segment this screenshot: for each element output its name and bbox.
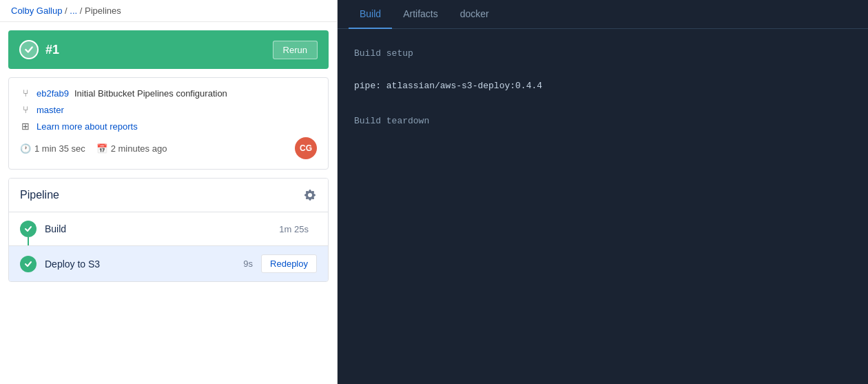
tabs-bar: Build Artifacts docker [338, 0, 868, 29]
pipeline-step-build[interactable]: Build 1m 25s [9, 212, 328, 245]
step-name-build: Build [45, 223, 279, 234]
pipeline-header: Pipeline [9, 179, 328, 212]
meta-left: 🕐 1 min 35 sec 📅 2 minutes ago [20, 143, 167, 154]
pipeline-section: Pipeline Build 1m 25s Deploy to S3 [8, 178, 329, 282]
step-duration-deploy: 9s [243, 259, 253, 269]
gear-icon[interactable] [303, 188, 317, 202]
clock-icon: 🕐 [20, 143, 31, 154]
reports-link[interactable]: Learn more about reports [37, 121, 138, 132]
step-duration-build: 1m 25s [279, 224, 309, 234]
pipeline-title: Pipeline [20, 189, 59, 201]
console-line-blank2 [354, 94, 851, 110]
pipeline-step-deploy[interactable]: Deploy to S3 9s Redeploy [9, 245, 328, 281]
console-line-build-setup: Build setup [354, 46, 851, 61]
branch-row: ⑂ master [20, 104, 317, 115]
time-ago-item: 📅 2 minutes ago [96, 143, 167, 154]
calendar-icon: 📅 [96, 143, 107, 154]
console-line-pipe: pipe: atlassian/aws-s3-deploy:0.4.4 [354, 78, 851, 94]
console-line-blank1 [354, 61, 851, 77]
commit-hash[interactable]: eb2fab9 [37, 88, 69, 99]
duration-text: 1 min 35 sec [34, 143, 85, 154]
reports-icon: ⊞ [20, 121, 31, 132]
reports-row: ⊞ Learn more about reports [20, 121, 317, 132]
branch-link[interactable]: master [37, 105, 64, 115]
rerun-button[interactable]: Rerun [273, 41, 318, 59]
build-header-card: #1 Rerun [8, 30, 329, 69]
step-name-deploy: Deploy to S3 [45, 259, 243, 270]
duration-item: 🕐 1 min 35 sec [20, 143, 85, 154]
avatar: CG [295, 137, 317, 159]
commit-message: Initial Bitbucket Pipelines configuratio… [74, 88, 227, 99]
step-success-icon-build [20, 221, 37, 237]
console-output: Build setup pipe: atlassian/aws-s3-deplo… [338, 29, 868, 384]
breadcrumb-current: Pipelines [85, 6, 121, 16]
step-success-icon-deploy [20, 256, 37, 272]
build-number: #1 [45, 43, 59, 57]
tab-build[interactable]: Build [349, 0, 392, 29]
left-panel: Colby Gallup / ... / Pipelines #1 Rerun … [0, 0, 338, 384]
build-header-left: #1 [19, 40, 59, 59]
tab-artifacts[interactable]: Artifacts [392, 0, 449, 29]
commit-row: ⑂ eb2fab9 Initial Bitbucket Pipelines co… [20, 88, 317, 99]
meta-row: 🕐 1 min 35 sec 📅 2 minutes ago CG [20, 137, 317, 159]
breadcrumb: Colby Gallup / ... / Pipelines [0, 0, 337, 22]
commit-icon: ⑂ [20, 88, 31, 99]
breadcrumb-ellipsis[interactable]: ... [70, 6, 77, 16]
redeploy-button[interactable]: Redeploy [261, 254, 317, 273]
time-ago-text: 2 minutes ago [111, 143, 167, 154]
right-panel: Build Artifacts docker Build setup pipe:… [338, 0, 868, 384]
console-line-build-teardown: Build teardown [354, 113, 851, 129]
branch-icon: ⑂ [20, 104, 31, 115]
breadcrumb-user[interactable]: Colby Gallup [11, 6, 62, 16]
tab-docker[interactable]: docker [449, 0, 500, 29]
info-card: ⑂ eb2fab9 Initial Bitbucket Pipelines co… [8, 77, 329, 170]
breadcrumb-sep2: / [80, 6, 85, 16]
success-icon [19, 40, 39, 59]
